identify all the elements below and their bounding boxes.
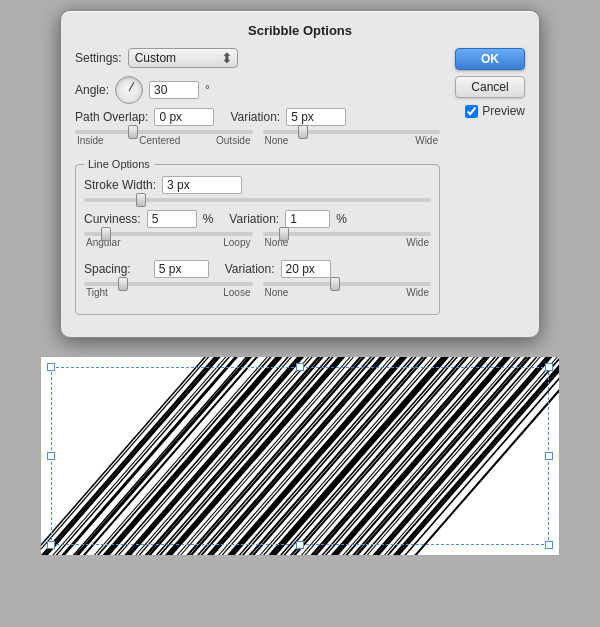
curviness-variation-label: Variation: <box>229 212 279 226</box>
cancel-button[interactable]: Cancel <box>455 76 525 98</box>
spacing-variation-slider-track <box>263 282 432 286</box>
spacing-slider-track <box>84 282 253 286</box>
variation-label-1: Variation: <box>230 110 280 124</box>
curviness-variation-unit: % <box>336 212 347 226</box>
angle-input[interactable] <box>149 81 199 99</box>
path-overlap-label: Path Overlap: <box>75 110 148 124</box>
slider-label-wide-1: Wide <box>415 135 438 146</box>
stroke-width-slider-container <box>84 198 431 202</box>
dialog-body: Settings: Custom Sloppy Loose Relaxed Ti… <box>75 48 525 323</box>
slider-label-wide-2: Wide <box>406 237 429 248</box>
path-overlap-variation-slider-track <box>263 130 441 134</box>
handle-bottom-left[interactable] <box>47 541 55 549</box>
preview-checkbox[interactable] <box>465 105 478 118</box>
spacing-input[interactable] <box>154 260 209 278</box>
settings-row: Settings: Custom Sloppy Loose Relaxed Ti… <box>75 48 440 68</box>
ok-button[interactable]: OK <box>455 48 525 70</box>
dial-line <box>129 82 135 91</box>
path-overlap-slider-container: Inside Centered Outside <box>75 130 253 150</box>
path-overlap-slider-labels: Inside Centered Outside <box>75 135 253 146</box>
curviness-unit: % <box>203 212 214 226</box>
spacing-slider-container: Tight Loose <box>84 282 253 302</box>
curviness-slider-container: Angular Loopy <box>84 232 253 252</box>
dialog-title: Scribble Options <box>75 23 525 38</box>
line-options-legend: Line Options <box>84 158 154 170</box>
stroke-width-input[interactable] <box>162 176 242 194</box>
preview-row: Preview <box>465 104 525 118</box>
angle-label: Angle: <box>75 83 109 97</box>
curviness-slider-thumb[interactable] <box>101 227 111 241</box>
slider-label-wide-3: Wide <box>406 287 429 298</box>
angle-row: Angle: ° <box>75 76 440 104</box>
handle-middle-left[interactable] <box>47 452 55 460</box>
curviness-variation-slider-thumb[interactable] <box>279 227 289 241</box>
stroke-width-row: Stroke Width: <box>84 176 431 194</box>
path-overlap-sliders: Inside Centered Outside None Wide <box>75 130 440 150</box>
curviness-row: Curviness: % Variation: % <box>84 210 431 228</box>
slider-label-centered: Centered <box>139 135 180 146</box>
path-overlap-variation-slider-thumb[interactable] <box>298 125 308 139</box>
path-overlap-input[interactable] <box>154 108 214 126</box>
curviness-variation-slider-container: None Wide <box>263 232 432 252</box>
path-overlap-variation-input[interactable] <box>286 108 346 126</box>
slider-label-none-1: None <box>265 135 289 146</box>
spacing-variation-slider-thumb[interactable] <box>330 277 340 291</box>
handle-bottom-center[interactable] <box>296 541 304 549</box>
handle-bottom-right[interactable] <box>545 541 553 549</box>
preview-label[interactable]: Preview <box>482 104 525 118</box>
scribble-preview-svg <box>41 357 559 555</box>
settings-label: Settings: <box>75 51 122 65</box>
settings-select[interactable]: Custom Sloppy Loose Relaxed Tight <box>128 48 238 68</box>
curviness-label: Curviness: <box>84 212 141 226</box>
dialog-left-panel: Settings: Custom Sloppy Loose Relaxed Ti… <box>75 48 440 323</box>
slider-label-loopy: Loopy <box>223 237 250 248</box>
spacing-slider-labels: Tight Loose <box>84 287 253 298</box>
handle-top-center[interactable] <box>296 363 304 371</box>
stroke-width-slider-thumb[interactable] <box>136 193 146 207</box>
spacing-slider-thumb[interactable] <box>118 277 128 291</box>
spacing-row: Spacing: Variation: <box>84 260 431 278</box>
angle-unit: ° <box>205 83 210 97</box>
path-overlap-variation-slider-labels: None Wide <box>263 135 441 146</box>
stroke-width-label: Stroke Width: <box>84 178 156 192</box>
spacing-variation-input[interactable] <box>281 260 331 278</box>
path-overlap-variation-slider-container: None Wide <box>263 130 441 150</box>
scribble-options-dialog: Scribble Options Settings: Custom Sloppy… <box>60 10 540 338</box>
angle-dial[interactable] <box>115 76 143 104</box>
spacing-label: Spacing: <box>84 262 131 276</box>
path-overlap-row: Path Overlap: Variation: <box>75 108 440 126</box>
curviness-input[interactable] <box>147 210 197 228</box>
curviness-slider-track <box>84 232 253 236</box>
line-options-fieldset: Line Options Stroke Width: Curviness: % <box>75 158 440 315</box>
handle-middle-right[interactable] <box>545 452 553 460</box>
spacing-variation-slider-container: None Wide <box>263 282 432 302</box>
canvas-content <box>40 356 560 556</box>
path-overlap-slider-thumb[interactable] <box>128 125 138 139</box>
spacing-variation-slider-labels: None Wide <box>263 287 432 298</box>
settings-select-wrap: Custom Sloppy Loose Relaxed Tight ⬍ <box>128 48 238 68</box>
path-overlap-slider-track <box>75 130 253 134</box>
slider-label-tight: Tight <box>86 287 108 298</box>
slider-label-none-3: None <box>265 287 289 298</box>
curviness-sliders: Angular Loopy None Wide <box>84 232 431 252</box>
stroke-width-slider-track <box>84 198 431 202</box>
dialog-right-panel: OK Cancel Preview <box>450 48 525 323</box>
curviness-variation-slider-track <box>263 232 432 236</box>
handle-top-right[interactable] <box>545 363 553 371</box>
slider-label-loose: Loose <box>223 287 250 298</box>
slider-label-inside: Inside <box>77 135 104 146</box>
spacing-variation-label: Variation: <box>225 262 275 276</box>
curviness-variation-input[interactable] <box>285 210 330 228</box>
slider-label-outside: Outside <box>216 135 250 146</box>
spacing-sliders: Tight Loose None Wide <box>84 282 431 302</box>
handle-top-left[interactable] <box>47 363 55 371</box>
canvas-area <box>40 356 560 556</box>
